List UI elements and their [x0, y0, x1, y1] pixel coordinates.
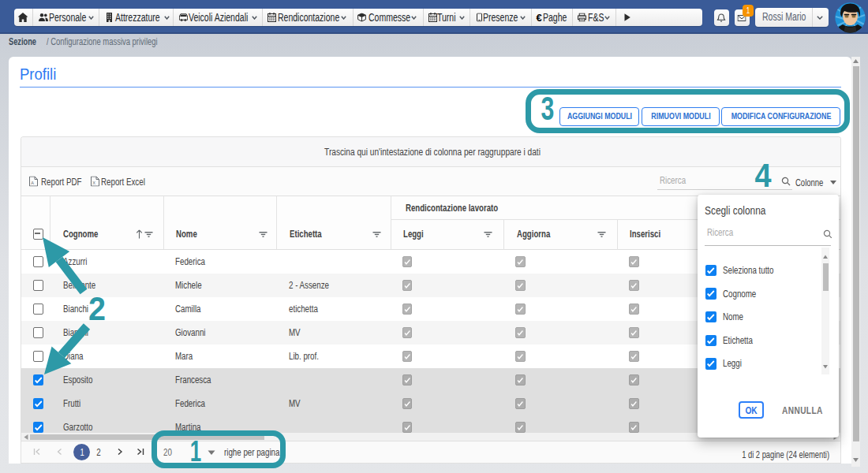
svg-text:A: A — [31, 181, 34, 185]
svg-text:X: X — [92, 181, 95, 185]
